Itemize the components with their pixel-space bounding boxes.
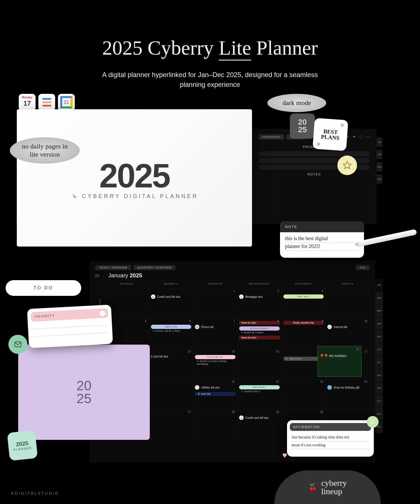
note-line: planner for 2025! (285, 243, 359, 251)
lineup-text: cyberry lineup (321, 479, 347, 496)
money-icon: ☺ (239, 415, 244, 420)
lavender-cover: 20 25 (18, 345, 150, 440)
brush-icon[interactable]: ✦ (353, 134, 356, 139)
tab-yearly[interactable]: YEARLY OVERVIEW (95, 265, 131, 270)
month-tab[interactable]: MAY (375, 330, 383, 343)
suitcase-icon: 🧳 (197, 392, 200, 395)
month-tab[interactable]: APR (375, 317, 383, 330)
day-cell[interactable]: 21 ⚡Utilities bill due 🧳 work trip (193, 379, 237, 409)
tab-horizontal[interactable]: HORIZONTAL (259, 134, 284, 140)
year-square-sticker: 20 25 (290, 113, 315, 139)
bolt-icon: ⚡ (195, 385, 199, 390)
planner-sticker: 2025 PLANNER (7, 430, 38, 461)
tab-quarterly[interactable]: QUARTERLY OVERVIEW (134, 265, 176, 270)
apple-pencil-icon (356, 229, 417, 247)
event-text: MEETING (290, 357, 302, 360)
heart-sticker: ♥ (282, 450, 287, 460)
day-cell[interactable]: 7 ☏Phone bill (193, 318, 237, 349)
check-icon: ✓ (327, 385, 332, 390)
event-bar: leave by 5am (239, 336, 280, 340)
day-cell[interactable]: 15 (237, 349, 281, 379)
star-icon (342, 161, 352, 170)
event-text: Credit card bill due (245, 416, 269, 419)
event-bar: family vacation trip (283, 321, 324, 325)
more-icon[interactable]: ⋯ (366, 134, 370, 139)
birthday-cell[interactable]: 18 🎈🎈 My birthday! (318, 346, 361, 377)
event-bar: leave by 2pm (239, 321, 280, 325)
eraser-icon[interactable]: ◌ (359, 134, 363, 139)
no-daily-bubble: no daily pages in lite version (10, 137, 80, 164)
side-tab[interactable]: MAR (377, 162, 382, 171)
event-text: Internet bill (333, 326, 347, 329)
affirmation-line: mean it's not working (291, 442, 369, 449)
event-pill: FOLLOW UP (195, 355, 235, 359)
title-lite: Lite (219, 37, 251, 61)
home-icon: ⌂ (239, 294, 244, 299)
month-tab[interactable]: AUG (375, 369, 383, 382)
day-cell[interactable]: 3 PAY DAY (281, 288, 326, 318)
smile-sticker: ☺ (367, 416, 379, 428)
month-tab[interactable]: OCT (375, 394, 383, 407)
side-tab[interactable]: JAN (377, 137, 382, 147)
event-sub: dentist @ 3:30pm (239, 331, 280, 334)
event-pill: MEETING (151, 325, 192, 329)
day-cell[interactable] (325, 288, 370, 318)
google-calendar-icon: 31 (58, 94, 75, 111)
day-cell[interactable]: 13 it card bill due (149, 349, 193, 379)
day-cell[interactable]: 28 (193, 409, 237, 439)
day-cell[interactable]: 2 ⌂Mortgage due (237, 288, 281, 318)
month-number: 01 (95, 273, 100, 278)
day-cell[interactable]: 23 (281, 379, 326, 409)
priority-label: PRIORITY (31, 308, 108, 322)
day-cell[interactable] (149, 379, 193, 409)
cal-button[interactable]: CAL (356, 265, 370, 270)
day-cell[interactable]: 10 ⌁Internet bill (325, 318, 370, 349)
month-tab[interactable]: JAN (375, 278, 383, 291)
event-text: Credit card bill due (157, 295, 180, 298)
best-plans-sticker: BEST PLANS (312, 118, 348, 151)
day-cell[interactable]: 14 FOLLOW UP Nicole re product design pa… (193, 349, 237, 379)
note-icon: 🗒 (286, 357, 288, 360)
month-tab[interactable]: JUL (375, 356, 383, 369)
month-tab[interactable]: JUN (375, 343, 383, 356)
event-text: Utilities bill due (201, 386, 220, 389)
side-tab[interactable]: APR (377, 174, 382, 184)
money-icon: ☺ (151, 294, 155, 299)
cover-subtitle: CYBERRY DIGITAL PLANNER (71, 193, 198, 199)
event-sub: remote call @ 1:45pm (151, 329, 192, 332)
page-subtitle: A digital planner hyperlinked for Jan–De… (101, 70, 319, 90)
day-cell[interactable]: ☺Credit card bill due (149, 288, 193, 318)
side-tab[interactable]: FEB (377, 150, 382, 159)
star-sticker (337, 155, 357, 175)
affirmation-label: AFFIRMATION (290, 423, 371, 431)
day-cell[interactable]: 29 ☺Credit card bill due (237, 409, 281, 439)
event-text: Shop for birthday gift (333, 386, 359, 389)
dow-header: SUNDAY (105, 280, 149, 288)
todo-pill: TO DO (6, 280, 81, 296)
cover-year: 2025 (99, 156, 170, 195)
apple-calendar-icon: Monday 17 (19, 94, 36, 111)
event-pill: APPOINTMENT (239, 326, 280, 331)
month-header: 01 | January 2025 (95, 272, 370, 279)
cherry-icon: 🍒 (308, 483, 317, 492)
event-text: it card bill due (151, 355, 168, 358)
month-tab[interactable]: FEB (375, 291, 383, 304)
dow-header: MONDAY (149, 280, 193, 288)
month-tab[interactable]: MAR (375, 304, 383, 317)
dow-header: TUESDAY (193, 280, 237, 288)
day-cell[interactable]: 22 BIRTHDAY Joseph turns 3 (237, 379, 281, 409)
day-cell[interactable]: 9 family vacation trip (281, 318, 326, 349)
reminders-icon (38, 94, 55, 111)
month-name: January (108, 272, 128, 278)
day-cell[interactable]: 8 leave by 2pm APPOINTMENT dentist @ 3:3… (237, 318, 281, 349)
day-cell[interactable]: 6 MEETING remote call @ 1:45pm (149, 318, 193, 349)
affirmation-card: AFFIRMATION Just because it's taking tim… (287, 420, 374, 457)
event-pill: BIRTHDAY (239, 385, 280, 389)
month-tab[interactable]: SEP (375, 382, 383, 394)
note-card: NOTE this is the best digital planner fo… (280, 221, 364, 258)
day-cell[interactable]: 1 (193, 288, 237, 318)
day-cell[interactable]: 24 ✓Shop for birthday gift (325, 379, 370, 409)
event-sub: Joseph turns 3 (239, 390, 280, 393)
day-cell[interactable]: 27 (149, 409, 193, 439)
calendar-day: 17 (24, 99, 31, 107)
